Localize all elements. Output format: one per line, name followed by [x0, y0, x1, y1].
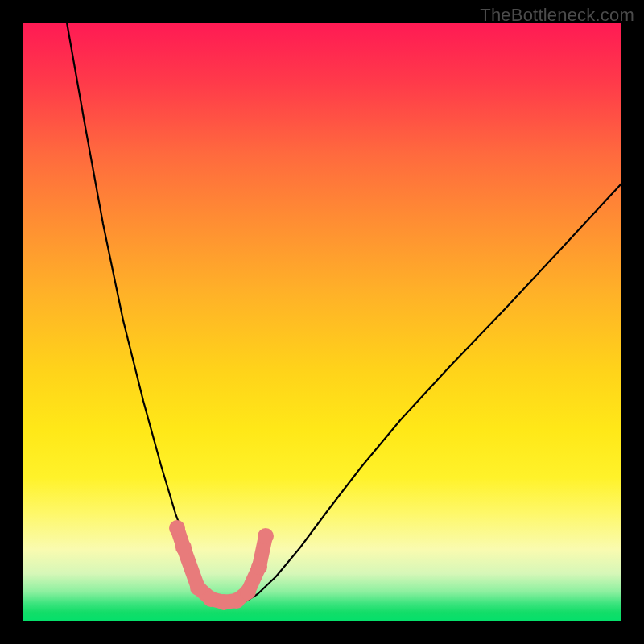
bead-dot [169, 520, 185, 536]
bead-dot [190, 580, 206, 596]
bead-dot [251, 559, 267, 575]
bead-dot [240, 584, 256, 600]
bead-dot [175, 539, 192, 555]
plot-area [23, 23, 621, 621]
curve-layer [23, 23, 621, 621]
watermark-text: TheBottleneck.com [480, 5, 634, 26]
bead-dot [258, 528, 274, 544]
highlight-beads [169, 520, 274, 610]
bottleneck-curve [67, 23, 621, 604]
